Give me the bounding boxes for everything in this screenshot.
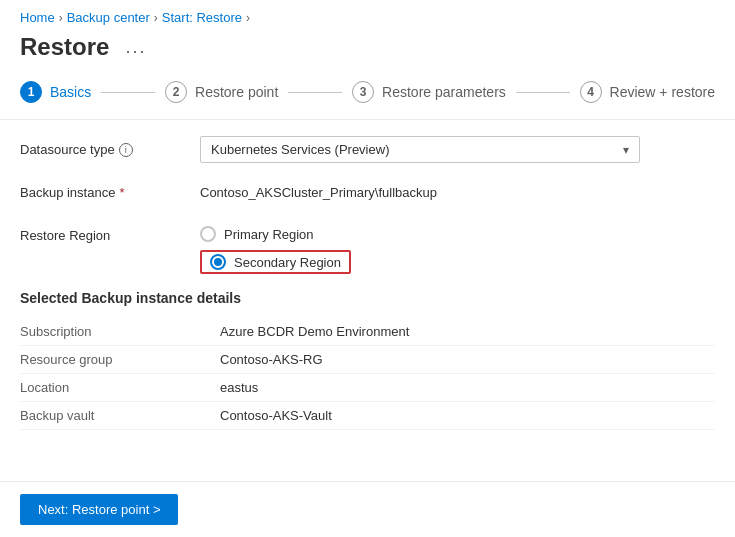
datasource-type-row: Datasource type i Kubernetes Services (P… — [20, 136, 715, 163]
datasource-type-value: Kubernetes Services (Preview) — [211, 142, 389, 157]
step-restore-params[interactable]: 3 Restore parameters — [352, 81, 506, 103]
step-sep-3 — [516, 92, 570, 93]
subscription-value: Azure BCDR Demo Environment — [220, 324, 409, 339]
region-radio-group: Primary Region Secondary Region — [200, 222, 715, 274]
backup-details-title: Selected Backup instance details — [20, 290, 715, 306]
breadcrumb-backup-center[interactable]: Backup center — [67, 10, 150, 25]
datasource-type-field: Kubernetes Services (Preview) ▾ — [200, 136, 715, 163]
datasource-type-dropdown[interactable]: Kubernetes Services (Preview) ▾ — [200, 136, 640, 163]
step-review-restore[interactable]: 4 Review + restore — [580, 81, 715, 103]
backup-details-section: Selected Backup instance details Subscri… — [20, 290, 715, 430]
datasource-type-label: Datasource type i — [20, 136, 200, 157]
step-label-1: Basics — [50, 84, 91, 100]
secondary-region-radio[interactable] — [210, 254, 226, 270]
backup-instance-row: Backup instance * Contoso_AKSCluster_Pri… — [20, 179, 715, 206]
primary-region-radio[interactable] — [200, 226, 216, 242]
page-header: Restore ... — [0, 29, 735, 73]
breadcrumb-start-restore[interactable]: Start: Restore — [162, 10, 242, 25]
step-basics[interactable]: 1 Basics — [20, 81, 91, 103]
breadcrumb-sep1: › — [59, 11, 63, 25]
step-num-3: 3 — [352, 81, 374, 103]
backup-vault-value: Contoso-AKS-Vault — [220, 408, 332, 423]
step-label-2: Restore point — [195, 84, 278, 100]
backup-vault-key: Backup vault — [20, 408, 220, 423]
primary-region-option[interactable]: Primary Region — [200, 226, 715, 242]
restore-region-label: Restore Region — [20, 222, 200, 243]
breadcrumb-home[interactable]: Home — [20, 10, 55, 25]
resource-group-row: Resource group Contoso-AKS-RG — [20, 346, 715, 374]
location-key: Location — [20, 380, 220, 395]
step-label-3: Restore parameters — [382, 84, 506, 100]
wizard-steps: 1 Basics 2 Restore point 3 Restore param… — [0, 73, 735, 120]
secondary-region-option[interactable]: Secondary Region — [200, 250, 351, 274]
backup-instance-field: Contoso_AKSCluster_Primary\fullbackup — [200, 179, 715, 206]
footer-bar: Next: Restore point > — [0, 481, 735, 537]
form-area: Datasource type i Kubernetes Services (P… — [0, 120, 735, 430]
primary-region-label: Primary Region — [224, 227, 314, 242]
step-restore-point[interactable]: 2 Restore point — [165, 81, 278, 103]
step-num-1: 1 — [20, 81, 42, 103]
resource-group-key: Resource group — [20, 352, 220, 367]
subscription-row: Subscription Azure BCDR Demo Environment — [20, 318, 715, 346]
step-num-2: 2 — [165, 81, 187, 103]
backup-vault-row: Backup vault Contoso-AKS-Vault — [20, 402, 715, 430]
backup-instance-value: Contoso_AKSCluster_Primary\fullbackup — [200, 179, 715, 206]
secondary-region-label: Secondary Region — [234, 255, 341, 270]
resource-group-value: Contoso-AKS-RG — [220, 352, 323, 367]
breadcrumb-sep3: › — [246, 11, 250, 25]
restore-region-row: Restore Region Primary Region Secondary … — [20, 222, 715, 274]
location-value: eastus — [220, 380, 258, 395]
step-label-4: Review + restore — [610, 84, 715, 100]
dropdown-arrow-icon: ▾ — [623, 143, 629, 157]
step-sep-2 — [288, 92, 342, 93]
breadcrumb-sep2: › — [154, 11, 158, 25]
restore-region-field: Primary Region Secondary Region — [200, 222, 715, 274]
more-options-button[interactable]: ... — [119, 35, 152, 60]
step-sep-1 — [101, 92, 155, 93]
datasource-info-icon[interactable]: i — [119, 143, 133, 157]
location-row: Location eastus — [20, 374, 715, 402]
secondary-region-row: Secondary Region — [200, 250, 715, 274]
backup-instance-label: Backup instance * — [20, 179, 200, 200]
details-table: Subscription Azure BCDR Demo Environment… — [20, 318, 715, 430]
breadcrumb: Home › Backup center › Start: Restore › — [0, 0, 735, 29]
subscription-key: Subscription — [20, 324, 220, 339]
next-restore-point-button[interactable]: Next: Restore point > — [20, 494, 178, 525]
page-title: Restore — [20, 33, 109, 61]
required-star: * — [119, 185, 124, 200]
step-num-4: 4 — [580, 81, 602, 103]
